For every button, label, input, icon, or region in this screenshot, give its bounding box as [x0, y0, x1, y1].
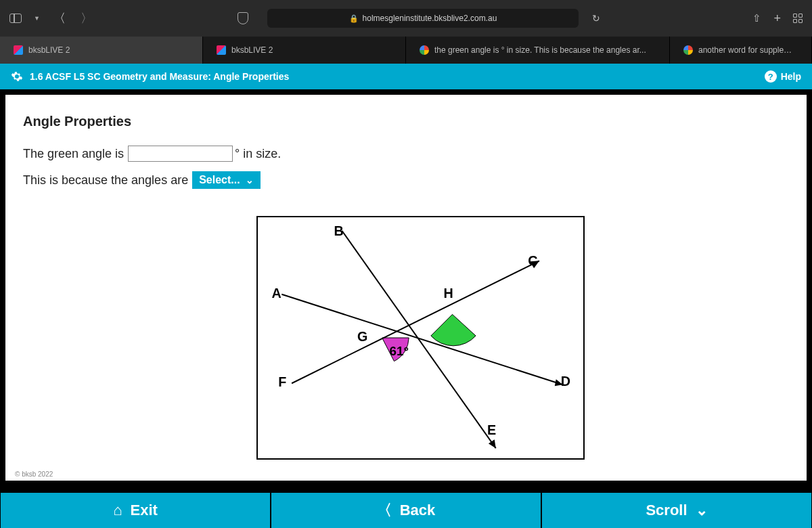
home-icon: ⌂ — [113, 502, 122, 519]
new-tab-icon[interactable]: + — [773, 12, 781, 26]
question-line-2: This is because the angles are Select...… — [23, 171, 789, 189]
tab-1[interactable]: bksbLIVE 2 — [0, 37, 203, 64]
footer-bar: ⌂ Exit 〈 Back Scroll ⌄ — [0, 493, 812, 528]
section-title: Angle Properties — [23, 114, 789, 129]
page-header: 1.6 ACSF L5 SC Geometry and Measure: Ang… — [0, 64, 812, 89]
sidebar-toggle-icon[interactable] — [9, 14, 22, 23]
pt-F: F — [278, 374, 286, 389]
tab-label: another word for supplementary angles - … — [698, 45, 798, 55]
lock-icon: 🔒 — [349, 14, 359, 23]
tab-label: bksbLIVE 2 — [231, 45, 273, 55]
angle-input[interactable] — [128, 146, 233, 162]
reason-select[interactable]: Select... ⌄ — [192, 171, 260, 189]
page-title: 1.6 ACSF L5 SC Geometry and Measure: Ang… — [30, 71, 289, 82]
forward-icon: 〉 — [79, 10, 94, 26]
gear-icon — [11, 70, 23, 83]
favicon-icon — [14, 45, 23, 55]
chevron-down-icon: ⌄ — [696, 502, 708, 519]
tab-4[interactable]: another word for supplementary angles - … — [670, 37, 812, 64]
svg-line-0 — [281, 294, 562, 385]
select-label: Select... — [199, 174, 240, 186]
angle-label: 61° — [390, 344, 409, 358]
dropdown-icon[interactable]: ▼ — [34, 15, 40, 22]
shield-icon[interactable] — [238, 12, 248, 24]
back-icon[interactable]: 〈 — [52, 10, 67, 26]
svg-marker-3 — [489, 439, 496, 448]
pt-E: E — [487, 422, 496, 437]
back-button[interactable]: 〈 Back — [271, 493, 541, 528]
geometry-figure: A B C D E F G H 61° — [256, 216, 585, 460]
tab-strip: bksbLIVE 2 bksbLIVE 2 the green angle is… — [0, 37, 812, 64]
favicon-icon — [420, 45, 429, 55]
url-text: holmesgleninstitute.bksblive2.com.au — [363, 14, 497, 23]
chevron-left-icon: 〈 — [377, 500, 392, 521]
share-icon[interactable]: ⇧ — [752, 12, 761, 24]
tab-3[interactable]: the green angle is ° in size. This is be… — [406, 37, 670, 64]
text: This is because the angles are — [23, 173, 188, 188]
exit-button[interactable]: ⌂ Exit — [1, 493, 270, 528]
pt-A: A — [271, 286, 281, 301]
chevron-down-icon: ⌄ — [246, 175, 254, 185]
question-line-1: The green angle is ° in size. — [23, 146, 789, 162]
label: Back — [400, 502, 436, 519]
pt-B: B — [334, 223, 343, 238]
url-bar[interactable]: 🔒 holmesgleninstitute.bksblive2.com.au — [267, 9, 579, 28]
content-area: Angle Properties The green angle is ° in… — [5, 95, 807, 481]
label: Exit — [130, 502, 157, 519]
pt-G: G — [357, 329, 367, 344]
pt-C: C — [528, 253, 537, 268]
browser-toolbar: ▼ 〈 〉 🔒 holmesgleninstitute.bksblive2.co… — [0, 0, 812, 37]
tab-label: the green angle is ° in size. This is be… — [434, 45, 646, 55]
help-label: Help — [781, 71, 801, 82]
favicon-icon — [217, 45, 226, 55]
pt-H: H — [444, 286, 453, 301]
help-button[interactable]: ? Help — [765, 70, 801, 83]
scroll-button[interactable]: Scroll ⌄ — [542, 493, 811, 528]
tab-label: bksbLIVE 2 — [28, 45, 70, 55]
pt-D: D — [561, 374, 570, 389]
text: The green angle is — [23, 147, 124, 161]
label: Scroll — [646, 502, 687, 519]
copyright: © bksb 2022 — [15, 470, 53, 478]
help-icon: ? — [765, 70, 777, 83]
tab-2[interactable]: bksbLIVE 2 — [203, 37, 406, 64]
text: ° in size. — [235, 147, 281, 161]
tabs-grid-icon[interactable] — [793, 14, 803, 23]
favicon-icon — [683, 45, 693, 55]
refresh-icon[interactable]: ↻ — [592, 13, 600, 24]
